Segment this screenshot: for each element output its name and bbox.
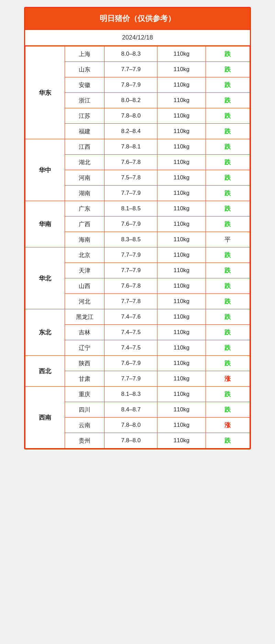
weight-cell: 110kg	[157, 278, 206, 294]
trend-cell: 涨	[206, 418, 250, 433]
trend-cell: 跌	[206, 263, 250, 278]
price-cell: 7.8–8.0	[104, 433, 157, 448]
trend-label: 跌	[224, 406, 231, 413]
trend-label: 跌	[224, 143, 231, 150]
trend-cell: 跌	[206, 93, 250, 108]
city-cell: 河北	[65, 294, 104, 309]
trend-cell: 跌	[206, 77, 250, 93]
price-cell: 7.7–7.9	[104, 62, 157, 77]
trend-cell: 跌	[206, 155, 250, 170]
trend-cell: 跌	[206, 294, 250, 309]
trend-cell: 平	[206, 232, 250, 247]
city-cell: 江西	[65, 139, 104, 155]
weight-cell: 110kg	[157, 46, 206, 62]
city-cell: 辽宁	[65, 340, 104, 356]
region-cell: 西南	[25, 387, 65, 448]
city-cell: 甘肃	[65, 371, 104, 387]
trend-cell: 跌	[206, 62, 250, 77]
weight-cell: 110kg	[157, 232, 206, 247]
city-cell: 海南	[65, 232, 104, 247]
trend-label: 跌	[224, 190, 231, 197]
trend-label: 涨	[224, 422, 231, 429]
price-table: 华东上海8.0–8.3110kg跌山东7.7–7.9110kg跌安徽7.8–7.…	[25, 46, 250, 448]
weight-cell: 110kg	[157, 402, 206, 418]
price-cell: 7.8–8.0	[104, 418, 157, 433]
city-cell: 黑龙江	[65, 309, 104, 325]
city-cell: 北京	[65, 247, 104, 263]
trend-label: 跌	[224, 252, 231, 258]
price-cell: 7.7–7.9	[104, 371, 157, 387]
trend-label: 跌	[224, 329, 231, 336]
trend-label: 跌	[224, 344, 231, 351]
weight-cell: 110kg	[157, 418, 206, 433]
city-cell: 四川	[65, 402, 104, 418]
weight-cell: 110kg	[157, 201, 206, 216]
region-cell: 东北	[25, 309, 65, 356]
weight-cell: 110kg	[157, 139, 206, 155]
price-cell: 8.0–8.2	[104, 93, 157, 108]
trend-label: 跌	[224, 81, 231, 88]
price-cell: 7.8–8.0	[104, 108, 157, 124]
price-cell: 8.4–8.7	[104, 402, 157, 418]
table-row: 华南广东8.1–8.5110kg跌	[25, 201, 250, 216]
price-cell: 7.7–7.9	[104, 186, 157, 201]
price-cell: 8.0–8.3	[104, 46, 157, 62]
trend-label: 跌	[224, 66, 231, 73]
city-cell: 陕西	[65, 356, 104, 371]
page-date: 2024/12/18	[25, 30, 250, 46]
weight-cell: 110kg	[157, 170, 206, 186]
trend-cell: 跌	[206, 124, 250, 139]
weight-cell: 110kg	[157, 124, 206, 139]
price-cell: 7.7–7.8	[104, 294, 157, 309]
trend-label: 涨	[224, 375, 231, 382]
region-cell: 华东	[25, 46, 65, 139]
weight-cell: 110kg	[157, 155, 206, 170]
trend-label: 跌	[224, 174, 231, 181]
weight-cell: 110kg	[157, 108, 206, 124]
city-cell: 云南	[65, 418, 104, 433]
trend-cell: 跌	[206, 186, 250, 201]
table-row: 西南重庆8.1–8.3110kg跌	[25, 387, 250, 402]
weight-cell: 110kg	[157, 294, 206, 309]
main-container: 明日猪价（仅供参考） 2024/12/18 华东上海8.0–8.3110kg跌山…	[24, 7, 251, 449]
city-cell: 广东	[65, 201, 104, 216]
price-cell: 8.1–8.5	[104, 201, 157, 216]
trend-cell: 跌	[206, 139, 250, 155]
price-cell: 7.6–7.9	[104, 216, 157, 232]
price-cell: 8.2–8.4	[104, 124, 157, 139]
city-cell: 广西	[65, 216, 104, 232]
city-cell: 安徽	[65, 77, 104, 93]
trend-label: 跌	[224, 205, 231, 212]
weight-cell: 110kg	[157, 247, 206, 263]
trend-label: 跌	[224, 159, 231, 166]
city-cell: 吉林	[65, 325, 104, 340]
table-row: 华东上海8.0–8.3110kg跌	[25, 46, 250, 62]
weight-cell: 110kg	[157, 263, 206, 278]
trend-cell: 跌	[206, 387, 250, 402]
trend-cell: 跌	[206, 433, 250, 448]
trend-cell: 跌	[206, 356, 250, 371]
trend-label: 跌	[224, 97, 231, 104]
region-cell: 华北	[25, 247, 65, 309]
trend-label: 跌	[224, 221, 231, 227]
trend-cell: 跌	[206, 247, 250, 263]
trend-label: 跌	[224, 267, 231, 274]
trend-cell: 跌	[206, 325, 250, 340]
weight-cell: 110kg	[157, 62, 206, 77]
price-cell: 7.4–7.6	[104, 309, 157, 325]
city-cell: 河南	[65, 170, 104, 186]
trend-label: 跌	[224, 313, 231, 320]
table-row: 华中江西7.8–8.1110kg跌	[25, 139, 250, 155]
trend-cell: 跌	[206, 108, 250, 124]
price-cell: 7.8–7.9	[104, 77, 157, 93]
weight-cell: 110kg	[157, 186, 206, 201]
trend-cell: 跌	[206, 170, 250, 186]
page-title: 明日猪价（仅供参考）	[25, 8, 250, 30]
city-cell: 天津	[65, 263, 104, 278]
table-row: 西北陕西7.6–7.9110kg跌	[25, 356, 250, 371]
city-cell: 湖北	[65, 155, 104, 170]
price-cell: 7.5–7.8	[104, 170, 157, 186]
city-cell: 福建	[65, 124, 104, 139]
city-cell: 贵州	[65, 433, 104, 448]
weight-cell: 110kg	[157, 340, 206, 356]
